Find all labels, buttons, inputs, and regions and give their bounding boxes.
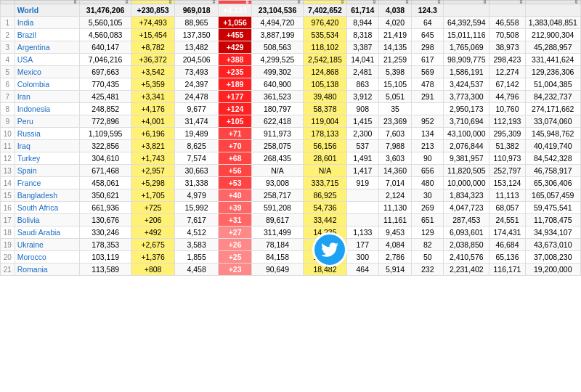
country-name[interactable]: USA bbox=[15, 54, 80, 66]
deaths-1m: 30 bbox=[412, 189, 444, 202]
country-name[interactable]: Spain bbox=[15, 165, 80, 177]
recovered: 499,302 bbox=[251, 66, 303, 78]
row-num: 17 bbox=[1, 214, 15, 226]
country-name[interactable]: Ukraine bbox=[15, 239, 80, 251]
country-name[interactable]: Iraq bbox=[15, 140, 80, 152]
deaths-1m: 480 bbox=[412, 177, 444, 189]
country-name[interactable]: India bbox=[15, 17, 80, 29]
col-header-country[interactable]: ⇕ bbox=[15, 1, 80, 4]
country-name[interactable]: Bolivia bbox=[15, 214, 80, 226]
serious: 537 bbox=[346, 140, 378, 152]
serious: 863 bbox=[346, 78, 378, 91]
col-header-deaths-1m[interactable]: ⇕ bbox=[412, 1, 444, 4]
new-deaths: +105 bbox=[219, 115, 252, 128]
recovered: 93,008 bbox=[251, 177, 303, 189]
col-header-new-cases[interactable]: ⇕ bbox=[131, 1, 175, 4]
col-header-serious[interactable]: ⇕ bbox=[346, 1, 378, 4]
country-name[interactable]: Mexico bbox=[15, 66, 80, 78]
country-name[interactable]: Bangladesh bbox=[15, 189, 80, 202]
pop: 59,475,541 bbox=[525, 202, 580, 214]
main-table-container: ⇕ ⇕ ⇕ ⇕ ⇕ bbox=[0, 0, 581, 392]
tests-1m: 116,171 bbox=[489, 264, 525, 276]
col-header-tests-1m[interactable]: ⇕ bbox=[489, 1, 525, 4]
country-name[interactable]: Iran bbox=[15, 91, 80, 103]
country-name[interactable]: Brazil bbox=[15, 29, 80, 41]
total-deaths: 7,617 bbox=[175, 214, 219, 226]
tests: 2,950,173 bbox=[444, 103, 489, 115]
col-header-total-cases[interactable]: ⇕ bbox=[80, 1, 131, 4]
country-name[interactable]: Morocco bbox=[15, 251, 80, 264]
new-cases: +4,001 bbox=[131, 115, 175, 128]
row-num: 15 bbox=[1, 189, 15, 202]
new-deaths: +70 bbox=[219, 140, 252, 152]
col-header-total-deaths[interactable]: ⇕ bbox=[175, 1, 219, 4]
deaths-1m: 129 bbox=[412, 226, 444, 239]
serious: 300 bbox=[346, 251, 378, 264]
world-name[interactable]: World bbox=[15, 4, 80, 17]
col-header-new-deaths[interactable]: ⇕ bbox=[219, 1, 252, 4]
new-cases: +1,376 bbox=[131, 251, 175, 264]
recovered: 591,208 bbox=[251, 202, 303, 214]
tests-1m: 44,796 bbox=[489, 91, 525, 103]
total-cases: 113,589 bbox=[80, 264, 131, 276]
total-deaths: 31,474 bbox=[175, 115, 219, 128]
pop: 84,232,737 bbox=[525, 91, 580, 103]
tot-1m: 2,124 bbox=[378, 189, 412, 202]
country-name[interactable]: Turkey bbox=[15, 152, 80, 165]
recovered: 311,499 bbox=[251, 226, 303, 239]
country-name[interactable]: South Africa bbox=[15, 202, 80, 214]
total-cases: 5,560,105 bbox=[80, 17, 131, 29]
new-cases: +3,341 bbox=[131, 91, 175, 103]
recovered: 4,494,720 bbox=[251, 17, 303, 29]
tests: 9,381,957 bbox=[444, 152, 489, 165]
country-name[interactable]: Russia bbox=[15, 128, 80, 140]
total-deaths: 13,482 bbox=[175, 41, 219, 54]
tests-1m: 12,274 bbox=[489, 66, 525, 78]
total-cases: 770,435 bbox=[80, 78, 131, 91]
tests: 64,392,594 bbox=[444, 17, 489, 29]
total-deaths: 31,338 bbox=[175, 177, 219, 189]
sort-icon-total-deaths: ⇕ bbox=[211, 0, 216, 6]
country-name[interactable]: France bbox=[15, 177, 80, 189]
total-deaths: 4,512 bbox=[175, 226, 219, 239]
total-cases: 330,246 bbox=[80, 226, 131, 239]
pop: 145,948,762 bbox=[525, 128, 580, 140]
new-cases: +15,454 bbox=[131, 29, 175, 41]
country-name[interactable]: Indonesia bbox=[15, 103, 80, 115]
row-num: 12 bbox=[1, 152, 15, 165]
row-num: 10 bbox=[1, 128, 15, 140]
twitter-badge[interactable] bbox=[312, 232, 347, 267]
total-deaths: 204,506 bbox=[175, 54, 219, 66]
tot-1m: 35 bbox=[378, 103, 412, 115]
country-name[interactable]: Romania bbox=[15, 264, 80, 276]
col-header-active[interactable]: ⇕ bbox=[303, 1, 346, 4]
col-header-recovered[interactable]: ⇕ bbox=[251, 1, 303, 4]
active: 54,736 bbox=[303, 202, 346, 214]
table-row: 7 Iran 425,481 +3,341 24,478 +177 361,52… bbox=[1, 91, 581, 103]
deaths-1m: 617 bbox=[412, 54, 444, 66]
deaths-1m: 50 bbox=[412, 251, 444, 264]
row-num: 5 bbox=[1, 66, 15, 78]
serious: 3,912 bbox=[346, 91, 378, 103]
serious bbox=[346, 202, 378, 214]
new-deaths: +1,056 bbox=[219, 17, 252, 29]
country-name[interactable]: Colombia bbox=[15, 78, 80, 91]
country-name[interactable]: Argentina bbox=[15, 41, 80, 54]
col-header-pop[interactable]: ⇕ bbox=[525, 1, 580, 4]
tests: 1,765,069 bbox=[444, 41, 489, 54]
country-name[interactable]: Peru bbox=[15, 115, 80, 128]
row-num: 4 bbox=[1, 54, 15, 66]
total-deaths: 8,625 bbox=[175, 140, 219, 152]
tests-1m: 298,423 bbox=[489, 54, 525, 66]
world-new-cases: +230,853 bbox=[131, 4, 175, 17]
pop: 1,383,048,851 bbox=[525, 17, 580, 29]
new-cases: +206 bbox=[131, 214, 175, 226]
total-deaths: 88,965 bbox=[175, 17, 219, 29]
pop: 331,441,624 bbox=[525, 54, 580, 66]
active: 105,138 bbox=[303, 78, 346, 91]
deaths-1m: 952 bbox=[412, 115, 444, 128]
country-name[interactable]: Saudi Arabia bbox=[15, 226, 80, 239]
col-header-tot-1m[interactable]: ⇕ bbox=[378, 1, 412, 4]
recovered: 258,075 bbox=[251, 140, 303, 152]
col-header-tests[interactable]: ⇕ bbox=[444, 1, 489, 4]
